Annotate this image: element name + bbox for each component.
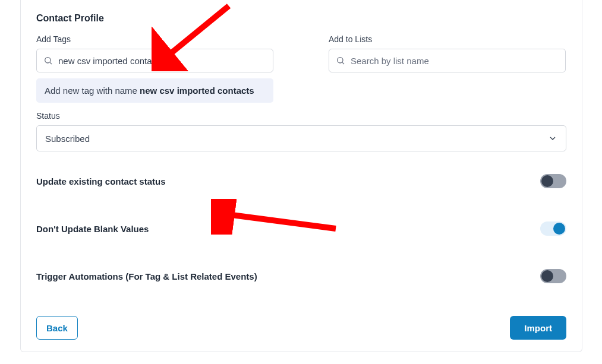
status-select[interactable]: Subscribed xyxy=(36,125,566,151)
add-tags-label: Add Tags xyxy=(36,34,274,44)
toggle-blank-values-label: Don't Update Blank Values xyxy=(36,224,149,234)
add-lists-input-wrap xyxy=(329,49,566,72)
add-tags-input-wrap xyxy=(36,49,273,72)
toggle-trigger-auto-row: Trigger Automations (For Tag & List Rela… xyxy=(36,269,566,283)
svg-line-3 xyxy=(342,62,344,64)
tag-suggestion-value: new csv imported contacts xyxy=(140,86,254,96)
svg-point-0 xyxy=(45,58,51,63)
toggle-update-status-label: Update existing contact status xyxy=(36,176,166,186)
import-button[interactable]: Import xyxy=(510,316,566,340)
add-lists-col: Add to Lists xyxy=(329,34,566,103)
toggle-update-status[interactable] xyxy=(540,174,566,188)
svg-point-2 xyxy=(338,58,343,63)
add-lists-label: Add to Lists xyxy=(329,34,566,44)
svg-line-1 xyxy=(50,62,52,64)
toggle-blank-values[interactable] xyxy=(540,221,566,236)
add-tags-col: Add Tags Add new tag with name new csv i… xyxy=(36,34,274,103)
search-icon xyxy=(336,56,345,65)
chevron-down-icon xyxy=(548,134,557,143)
footer: Back Import xyxy=(36,316,566,340)
add-tags-input[interactable] xyxy=(36,49,273,72)
status-label: Status xyxy=(36,111,566,121)
tag-suggestion[interactable]: Add new tag with name new csv imported c… xyxy=(36,78,273,103)
section-title: Contact Profile xyxy=(36,13,566,24)
toggle-trigger-auto-label: Trigger Automations (For Tag & List Rela… xyxy=(36,271,257,281)
tags-lists-row: Add Tags Add new tag with name new csv i… xyxy=(36,34,566,103)
add-lists-input[interactable] xyxy=(329,49,566,72)
search-icon xyxy=(43,56,53,65)
tag-suggestion-prefix: Add new tag with name xyxy=(45,86,140,96)
contact-profile-card: Contact Profile Add Tags Add new tag wit… xyxy=(20,0,582,352)
toggle-trigger-auto[interactable] xyxy=(540,269,566,283)
toggle-update-status-row: Update existing contact status xyxy=(36,174,566,188)
toggle-blank-values-row: Don't Update Blank Values xyxy=(36,221,566,236)
status-selected: Subscribed xyxy=(45,134,90,144)
status-block: Status Subscribed xyxy=(36,111,566,151)
back-button[interactable]: Back xyxy=(36,316,78,340)
